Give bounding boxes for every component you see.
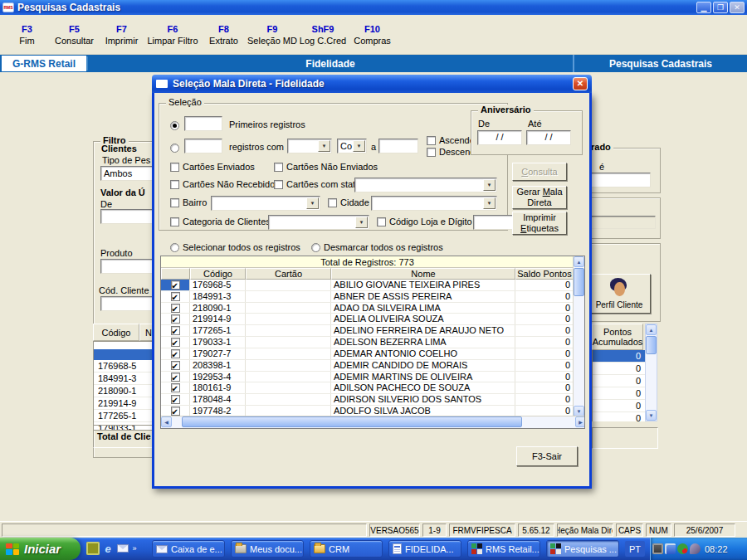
clock[interactable]: 08:22 <box>705 544 728 554</box>
categoria-checkbox[interactable] <box>170 217 179 226</box>
horizontal-scrollbar[interactable]: ◀ ▶ <box>161 416 585 428</box>
table-row[interactable]: 208398-1ADEMIR CANDIDO DE MORAIS0 <box>161 360 574 372</box>
tab-grms-retail[interactable]: G-RMS Retail <box>2 56 86 71</box>
row-checkbox[interactable] <box>171 383 180 392</box>
close-button[interactable]: ✕ <box>730 2 745 13</box>
bg-row[interactable]: 184991-3 <box>94 373 157 385</box>
bg-points-row[interactable]: 0 <box>593 387 645 400</box>
toolbar-item-limpar-filtro[interactable]: F6Limpar Filtro <box>145 23 200 46</box>
tipo-pessoa-dropdown[interactable]: Ambos <box>100 166 155 181</box>
bg-points-row[interactable]: 0 <box>593 363 645 375</box>
table-row[interactable]: 192953-4ADEMIR MARTINS DE OLIVEIRA0 <box>161 372 574 383</box>
cidade-checkbox[interactable] <box>328 198 337 207</box>
primeiros-registros-field[interactable] <box>184 116 222 131</box>
registros-com-field[interactable] <box>184 139 222 153</box>
toolbar-item-fim[interactable]: F3Fim <box>3 23 51 46</box>
table-row[interactable]: 179033-1ADELSON BEZERRA LIMA0 <box>161 337 574 348</box>
scroll-thumb[interactable] <box>182 416 522 427</box>
row-checkbox[interactable] <box>171 407 180 416</box>
perfil-cliente-button[interactable]: Perfil Cliente <box>588 274 651 314</box>
chevron-down-icon[interactable] <box>318 140 330 152</box>
row-checkbox[interactable] <box>171 395 180 404</box>
start-button[interactable]: Iniciar <box>0 538 81 560</box>
task-crm[interactable]: CRM <box>310 540 383 558</box>
bg-row[interactable]: 218090-1 <box>94 385 157 397</box>
bg-selected-row[interactable] <box>94 349 157 360</box>
scroll-right-button[interactable]: ▶ <box>575 416 585 427</box>
scroll-thumb[interactable] <box>574 268 584 296</box>
table-row[interactable]: 177265-1ADELINO FERREIRA DE ARAUJO NETO0 <box>161 325 574 337</box>
col-cartao[interactable]: Cartão <box>246 268 331 280</box>
bg-ate-field[interactable] <box>583 173 651 187</box>
row-checkbox[interactable] <box>171 292 180 301</box>
registros-com-radio[interactable] <box>170 144 179 153</box>
row-checkbox[interactable] <box>171 280 180 290</box>
cartoes-nao-recebidos-checkbox[interactable] <box>170 180 179 189</box>
col-codigo[interactable]: Código <box>190 268 246 280</box>
row-checkbox[interactable] <box>171 338 180 347</box>
table-row[interactable]: 179027-7ADEMAR ANTONIO COELHO0 <box>161 348 574 360</box>
toolbar-item-compras[interactable]: F10Compras <box>349 23 396 46</box>
aniversario-ate-field[interactable]: / / <box>526 130 571 145</box>
show-desktop-icon[interactable] <box>86 542 100 555</box>
minimize-button[interactable]: ▁ <box>696 2 711 13</box>
task-rms-retail[interactable]: RMS Retail... <box>467 540 540 558</box>
cidade-dropdown[interactable] <box>371 196 497 211</box>
volume-icon[interactable] <box>690 543 701 554</box>
scroll-left-button[interactable]: ◀ <box>161 416 172 427</box>
bairro-dropdown[interactable] <box>211 196 320 211</box>
row-checkbox[interactable] <box>171 361 180 370</box>
cod-cliente-field[interactable] <box>100 296 155 311</box>
dialog-close-button[interactable]: ✕ <box>573 77 588 90</box>
task-meus-documentos[interactable]: Meus docu... <box>231 540 304 558</box>
bairro-checkbox[interactable] <box>170 198 179 207</box>
valor-de-field[interactable] <box>100 209 155 224</box>
row-checkbox[interactable] <box>171 349 180 358</box>
scroll-down-button[interactable]: ▼ <box>646 410 657 421</box>
task-pesquisas-cadastrais[interactable]: Pesquisas ... <box>546 540 619 558</box>
table-row[interactable]: 180161-9ADILSON PACHECO DE SOUZA0 <box>161 382 574 394</box>
toolbar-item-consultar[interactable]: F5Consultar <box>51 23 98 46</box>
scroll-up-button[interactable]: ▲ <box>646 324 657 335</box>
task-fidelidade-doc[interactable]: FIDELIDA... <box>388 540 461 558</box>
chevron-down-icon[interactable] <box>483 179 496 191</box>
quicklaunch-overflow-icon[interactable]: » <box>131 542 138 555</box>
primeiros-registros-radio[interactable] <box>170 121 179 130</box>
bg-col-pontos[interactable]: Pontos Acumulados <box>592 324 643 350</box>
descendente-checkbox[interactable] <box>427 148 436 157</box>
imprimir-etiquetas-button[interactable]: Imprimir Etiquetas <box>512 212 567 235</box>
row-checkbox[interactable] <box>171 373 180 382</box>
operador-dropdown[interactable]: Co <box>337 139 367 153</box>
outlook-express-icon[interactable] <box>116 542 129 555</box>
status-dropdown[interactable] <box>354 178 497 192</box>
aniversario-de-field[interactable]: / / <box>477 130 522 145</box>
cartoes-com-status-checkbox[interactable] <box>274 180 283 189</box>
table-row[interactable]: 219914-9ADELIA OLIVEIRA SOUZA0 <box>161 314 574 325</box>
gerar-mala-direta-button[interactable]: Gerar Mala Direta <box>512 186 567 209</box>
antivirus-icon[interactable] <box>677 543 688 554</box>
registros-campo-dropdown[interactable] <box>287 139 332 153</box>
scroll-thumb[interactable] <box>646 336 657 354</box>
registros-ate-field[interactable] <box>378 139 418 153</box>
categoria-dropdown[interactable] <box>268 215 369 230</box>
chevron-down-icon[interactable] <box>483 197 496 209</box>
consulta-button[interactable]: Consulta <box>512 163 567 181</box>
chevron-down-icon[interactable] <box>353 140 365 152</box>
internet-explorer-icon[interactable]: e <box>101 542 115 555</box>
bg-points-row[interactable]: 0 <box>593 375 645 387</box>
cartoes-enviados-checkbox[interactable] <box>170 163 179 172</box>
chevron-down-icon[interactable] <box>306 197 319 209</box>
ascendente-checkbox[interactable] <box>427 136 436 145</box>
row-checkbox[interactable] <box>171 314 180 324</box>
f3-sair-button[interactable]: F3-Sair <box>516 446 578 466</box>
language-indicator[interactable]: PT <box>625 541 645 557</box>
row-checkbox[interactable] <box>171 304 180 313</box>
network-icon[interactable] <box>652 543 663 554</box>
bg-points-scrollbar[interactable]: ▲ ▼ <box>645 324 657 421</box>
bg-points-row[interactable]: 0 <box>593 412 645 421</box>
toolbar-item-selecao-md[interactable]: F9Seleção MD <box>247 23 297 46</box>
vertical-scrollbar[interactable]: ▲ ▼ <box>573 256 584 417</box>
table-row[interactable]: 184991-3ABNER DE ASSIS PEREIRA0 <box>161 291 574 303</box>
selecionar-todos-radio[interactable] <box>170 243 179 252</box>
restore-button[interactable]: ❐ <box>713 2 728 13</box>
